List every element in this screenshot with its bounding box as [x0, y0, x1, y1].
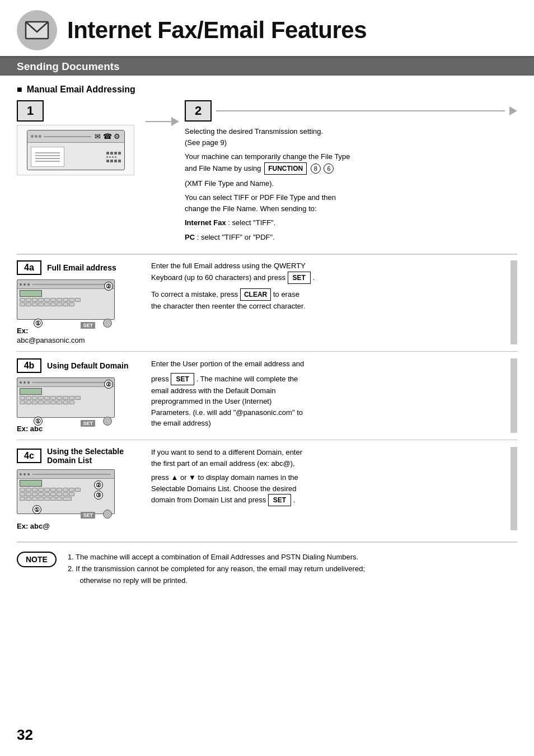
kc4 [38, 488, 44, 492]
substep-4a-left: 4a Full Email address [17, 260, 146, 344]
kb11 [20, 400, 25, 404]
ctrl-sm3 [112, 156, 114, 158]
subtitle-text: Sending Documents [17, 60, 120, 72]
ctrl-dot1 [106, 152, 109, 155]
kb16 [50, 400, 56, 404]
ctrl-row1 [106, 152, 121, 155]
kbd-diag-4a: ① ② SET [17, 279, 118, 324]
kb4 [38, 396, 44, 400]
dot2 [35, 135, 38, 138]
kc8 [63, 488, 68, 492]
ctrl-row2 [106, 156, 121, 158]
kbd-keys-4a [17, 298, 114, 306]
kb10 [75, 396, 81, 400]
ex-label-4c: Ex: abc@ [17, 522, 137, 530]
top-icons: ✉ ☎ ⚙ [95, 132, 120, 141]
4b-p2: press SET . The machine will complete th… [151, 373, 506, 429]
kdot4c1 [20, 473, 22, 475]
kk5 [44, 298, 50, 302]
kbd-bar4b [32, 382, 111, 383]
kk11 [20, 302, 25, 306]
kc1 [20, 488, 25, 492]
kc26 [50, 497, 56, 501]
ctrl-dot5 [106, 160, 109, 162]
4c-p1: If you want to send to a different Domai… [151, 447, 506, 469]
kdot4c2 [24, 473, 26, 475]
top-bar-line [44, 136, 92, 137]
kbd-screen-4a [20, 290, 42, 297]
machine-paper [31, 147, 64, 167]
substep-4b-label: 4b [17, 358, 41, 373]
key6: 6 [324, 164, 334, 174]
set-btn-4b: SET [81, 420, 95, 427]
step2-arrowhead [509, 106, 517, 115]
kc13 [32, 492, 38, 496]
scroll-wheel-4a [103, 319, 112, 328]
kbd-top-4b [17, 378, 114, 387]
function-key: FUNCTION [264, 162, 307, 175]
kc28 [63, 497, 72, 501]
kk4 [38, 298, 44, 302]
kbd-body-4a [17, 279, 115, 320]
machine-diagram-step1: ✉ ☎ ⚙ [17, 125, 134, 175]
set-btn-4c: SET [81, 512, 95, 519]
ctrl-dot3 [114, 152, 117, 155]
note-list: 1. The machine will accept a combination… [68, 552, 365, 586]
kdot2 [24, 283, 26, 286]
substep-4c-row: 4c Using the Selectable Domain List [17, 447, 517, 530]
note-badge: NOTE [17, 552, 57, 567]
kb19 [69, 400, 74, 404]
kc11 [20, 492, 25, 496]
substep-4b-left: 4b Using Default Domain [17, 358, 146, 433]
ex-label-4b: Ex: abc [17, 424, 137, 433]
step2-p4: You can select TIFF or PDF File Type and… [185, 192, 517, 214]
kc24 [38, 497, 44, 501]
ctrl-sm2 [109, 156, 111, 158]
note-section: NOTE 1. The machine will accept a combin… [17, 542, 517, 586]
substep-4b-title: Using Default Domain [47, 361, 128, 370]
kc7 [57, 488, 62, 492]
note-item-2: 2. If the transmission cannot be complet… [68, 563, 365, 587]
kbd-body-4b [17, 377, 115, 418]
kk13 [32, 302, 38, 306]
kbd-screen-4c [20, 480, 42, 487]
substep-4a-header: 4a Full Email address [17, 260, 137, 275]
kb8 [63, 396, 68, 400]
kbd-top-4c [17, 470, 114, 479]
kc21 [20, 497, 25, 501]
kdot4b1 [20, 381, 22, 384]
substep-4c-content: 4c Using the Selectable Domain List [17, 447, 506, 530]
kk18 [63, 302, 68, 306]
kb6 [50, 396, 56, 400]
ex-value-4a: abc@panasonic.com [17, 336, 137, 344]
ctrl-dot6 [110, 160, 113, 162]
kc6 [50, 488, 56, 492]
kdot1 [20, 283, 22, 286]
4b-p1: Enter the User portion of the email addr… [151, 358, 506, 370]
down-arrow-4c: ▼ [189, 473, 196, 482]
kc27 [57, 497, 62, 501]
step1-label: 1 [17, 100, 44, 122]
step2-p6: PC : select "TIFF" or "PDF". [185, 232, 517, 243]
kc3 [32, 488, 38, 492]
step2-text: Selecting the desired Transmission setti… [185, 126, 517, 242]
gray-bar-4a [510, 260, 517, 344]
kk14 [38, 302, 44, 306]
kc12 [26, 492, 31, 496]
substep-4b-content: 4b Using Default Domain [17, 358, 506, 433]
paper-lines [35, 152, 60, 162]
substep-4b-header: 4b Using Default Domain [17, 358, 137, 373]
kbd-num-2-4b: ② [104, 380, 113, 389]
machine-controls [106, 152, 121, 162]
set-key-4c: SET [268, 494, 291, 506]
subtitle-bar: Sending Documents [0, 58, 534, 76]
kc2 [26, 488, 31, 492]
substep-4b-right: Enter the User portion of the email addr… [146, 358, 506, 433]
substep-4c-left: 4c Using the Selectable Domain List [17, 447, 146, 530]
kc23 [32, 497, 38, 501]
machine-dots [31, 135, 41, 138]
kk9 [69, 298, 74, 302]
arrow-head [171, 117, 179, 126]
paper-line3 [35, 158, 60, 159]
scroll-wheel-4c [103, 510, 112, 519]
